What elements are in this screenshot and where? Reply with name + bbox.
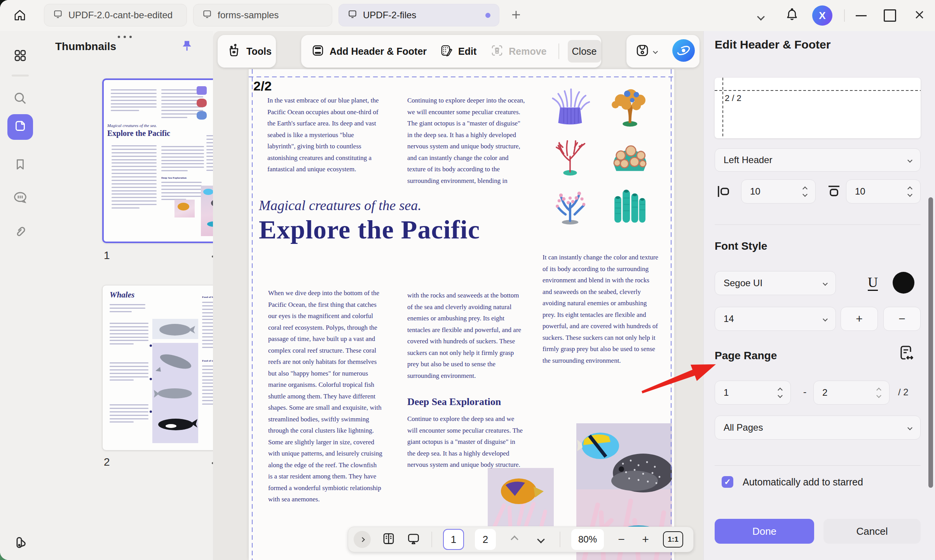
increase-size-button[interactable]: +: [841, 307, 878, 331]
account-avatar[interactable]: X: [812, 5, 832, 26]
zoom-level-field[interactable]: 80%: [571, 529, 604, 550]
tools-button[interactable]: Tools: [218, 35, 276, 68]
minus-icon: −: [898, 313, 905, 325]
font-family-value: Segoe UI: [724, 278, 762, 289]
preview-header-text: 2 / 2: [725, 93, 741, 103]
document-view: 2/2 In the vast embrace of our blue plan…: [213, 31, 703, 560]
new-tab-button[interactable]: [506, 5, 526, 26]
checkbox-checked-icon[interactable]: [722, 476, 733, 488]
margin-top-icon[interactable]: [826, 183, 842, 201]
font-size-select[interactable]: 14: [715, 307, 836, 331]
tab-document-icon: [202, 9, 212, 21]
thumb2-whale-panel: [152, 343, 198, 443]
page-range-apply-button[interactable]: [897, 344, 915, 364]
font-family-select[interactable]: Segoe UI: [715, 271, 836, 295]
chevron-down-icon: [907, 158, 912, 163]
fish-photo-small: [488, 468, 554, 526]
thumb1-title: Explore the Pacific: [107, 129, 170, 138]
sidebar-item-bookmarks[interactable]: [7, 152, 33, 178]
zoom-out-button[interactable]: −: [615, 534, 628, 545]
sidebar-item-search[interactable]: [7, 86, 33, 112]
next-page-button[interactable]: [533, 537, 549, 542]
stepper-arrows[interactable]: [908, 187, 912, 196]
pages-scope-select[interactable]: All Pages: [715, 416, 921, 440]
stepper-arrows[interactable]: [877, 388, 881, 397]
close-editor-label: Close: [572, 46, 597, 57]
doc-title: Explore the Pacific: [259, 214, 480, 245]
range-from-stepper[interactable]: 1: [715, 381, 791, 405]
title-bar: UPDF-2.0-cant-be-edited forms-samples UP…: [0, 0, 935, 31]
save-button[interactable]: [635, 43, 657, 59]
margin-left-icon[interactable]: [715, 183, 732, 201]
notifications-button[interactable]: [782, 5, 802, 26]
page-1-button[interactable]: 1: [443, 529, 464, 550]
thumbnail-page-2[interactable]: Whales Food of baleen whales Food of too…: [102, 285, 231, 450]
close-editor-button[interactable]: Close: [568, 40, 601, 63]
tab-updf-2-0-cant-be-edited[interactable]: UPDF-2.0-cant-be-edited: [44, 4, 187, 26]
minimize-button[interactable]: [850, 5, 872, 26]
sidebar-item-grid[interactable]: [7, 43, 33, 69]
view-bottom-bar: 1 2 80% − + 1:1: [348, 527, 694, 552]
close-window-button[interactable]: [909, 5, 930, 26]
decrease-size-button[interactable]: −: [883, 307, 921, 331]
header-preview-box[interactable]: 2 / 2: [715, 78, 921, 138]
thumb2-text-block: [110, 362, 148, 383]
thumb2-whale-photo: [152, 319, 198, 339]
sidebar-item-appearance[interactable]: [7, 530, 33, 556]
add-header-footer-button[interactable]: Add Header & Footer: [311, 44, 427, 59]
page-header-indicator[interactable]: 2/2: [253, 78, 272, 94]
collapse-bar-button[interactable]: [354, 531, 371, 548]
rail-divider: [12, 75, 29, 77]
tab-forms-samples[interactable]: forms-samples: [193, 4, 332, 26]
coral-tree-illustration: [607, 85, 655, 128]
done-button[interactable]: Done: [715, 519, 814, 544]
stepper-arrows[interactable]: [803, 187, 807, 196]
thumb1-text-block: [112, 145, 157, 211]
maximize-button[interactable]: [879, 5, 901, 26]
sidebar-item-attachments[interactable]: [7, 220, 33, 245]
bar-separator: [560, 532, 560, 547]
previous-page-button[interactable]: [507, 537, 522, 542]
margin-left-stepper[interactable]: 10: [741, 179, 816, 203]
ai-assistant-button[interactable]: [672, 38, 696, 64]
panel-drag-handle[interactable]: [118, 36, 132, 38]
tabs-overflow-button[interactable]: [753, 11, 769, 23]
thumb1-photo: [174, 200, 195, 217]
panel-divider: [715, 224, 921, 225]
margin-top-stepper[interactable]: 10: [846, 179, 921, 203]
unsaved-dot: [485, 13, 490, 18]
stepper-arrows[interactable]: [778, 388, 782, 397]
pin-panel-button[interactable]: [180, 39, 194, 55]
font-color-button[interactable]: [893, 272, 914, 294]
doc-col1-bottom: When we dive deep into the bottom of the…: [268, 287, 382, 505]
tab-label: UPDF-2-files: [363, 10, 416, 21]
two-page-view-button[interactable]: [382, 532, 396, 547]
zoom-in-button[interactable]: +: [639, 534, 652, 545]
pin-icon: [180, 48, 194, 55]
presentation-button[interactable]: [406, 532, 420, 547]
thumb2-text-block: [110, 404, 148, 425]
remove-button-disabled[interactable]: Remove: [490, 44, 546, 59]
cancel-button[interactable]: Cancel: [823, 519, 921, 544]
thumbnail-page-1[interactable]: Magical creatures of the sea. Explore th…: [102, 78, 230, 243]
edit-button[interactable]: Edit: [440, 44, 476, 59]
chevron-down-icon: [537, 536, 545, 543]
home-button[interactable]: [8, 4, 32, 28]
actual-size-button[interactable]: 1:1: [663, 531, 683, 548]
pdf-page[interactable]: 2/2 In the vast embrace of our blue plan…: [249, 69, 674, 560]
underline-button[interactable]: U: [859, 271, 886, 295]
range-to-stepper[interactable]: 2: [813, 381, 890, 405]
tab-updf-2-files-active[interactable]: UPDF-2-files: [338, 4, 499, 26]
auto-star-option[interactable]: Automatically add to starred: [722, 476, 863, 488]
add-header-footer-icon: [311, 44, 324, 59]
sidebar-item-thumbnails[interactable]: [7, 114, 33, 140]
margin-left-value: 10: [750, 186, 761, 197]
header-position-select[interactable]: Left Header: [715, 148, 921, 172]
page-2-button[interactable]: 2: [475, 529, 496, 550]
sidebar-item-comments[interactable]: [7, 186, 33, 211]
panel-scrollbar[interactable]: [928, 197, 933, 488]
coral-anemone-illustration: [547, 85, 595, 128]
remove-icon: [490, 44, 504, 59]
chevron-down-icon: [823, 281, 828, 286]
pages-scope-value: All Pages: [724, 422, 763, 433]
